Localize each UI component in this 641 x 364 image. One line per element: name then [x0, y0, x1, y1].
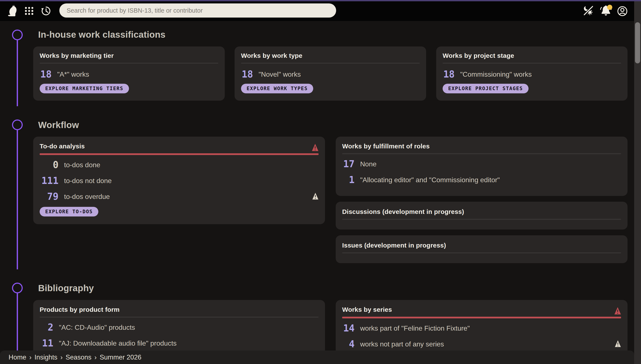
stat-row: 2 "AC: CD-Audio" products: [40, 322, 319, 334]
stat-value: 11: [40, 338, 53, 348]
stat-value: 18: [40, 70, 52, 79]
top-accent-strip: [0, 0, 641, 1]
stat-row: 111 to-dos not done: [40, 175, 319, 187]
card-title: To-do analysis: [40, 142, 319, 150]
stat-row: 1 "Allocating editor" and "Commissioning…: [342, 174, 621, 186]
stat-value: 14: [342, 324, 355, 333]
warning-triangle-icon: [312, 192, 319, 201]
stat-label: to-dos not done: [64, 177, 112, 185]
card-works-by-marketing-tier: Works by marketing tier 18 "A*" works EX…: [33, 46, 225, 101]
divider: [443, 63, 621, 64]
timeline-line: [17, 130, 18, 269]
theme-toggle-icon[interactable]: [583, 5, 593, 16]
card-title: Works by project stage: [443, 52, 621, 59]
page: In-house work classifications Works by m…: [0, 0, 641, 364]
stat-row: 18 "Commissioning" works: [443, 68, 621, 80]
alert-triangle-icon: [312, 144, 319, 152]
stat-value: 4: [342, 340, 355, 349]
stat-value: 79: [40, 192, 59, 201]
breadcrumb: Home › Insights › Seasons › Summer 2026: [0, 350, 634, 364]
breadcrumb-home[interactable]: Home: [9, 354, 26, 361]
explore-marketing-tiers-button[interactable]: EXPLORE MARKETING TIERS: [40, 84, 129, 93]
stat-row: 0 to-dos done: [40, 159, 319, 171]
stat-label: "Allocating editor" and "Commissioning e…: [360, 176, 500, 184]
stat-value: 1: [342, 175, 355, 184]
stat-value: 111: [40, 176, 59, 186]
stat-label: "AC: CD-Audio" products: [59, 324, 135, 332]
card-title: Works by work type: [241, 52, 420, 59]
stat-value: 18: [443, 70, 455, 79]
stat-row: 4 works not part of any series: [342, 338, 621, 350]
card-discussions: Discussions (development in progress): [336, 202, 627, 230]
divider: [342, 252, 621, 253]
stat-label: "AJ: Downloadable audio file" products: [59, 340, 177, 347]
apps-grid-icon[interactable]: [25, 7, 34, 15]
stat-row: 11 "AJ: Downloadable audio file" product…: [40, 337, 319, 349]
section-title-workflow: Workflow: [38, 120, 79, 130]
alert-triangle-icon: [614, 307, 621, 316]
stat-row: 18 "Novel" works: [241, 68, 420, 80]
divider: [40, 63, 218, 64]
stat-label: works not part of any series: [360, 340, 444, 348]
breadcrumb-current-page: Summer 2026: [100, 354, 141, 361]
stat-row: 17 None: [342, 158, 621, 170]
stat-label: "A*" works: [57, 70, 89, 78]
stat-label: None: [360, 160, 377, 168]
card-works-by-work-type: Works by work type 18 "Novel" works EXPL…: [235, 46, 426, 101]
stat-row: 18 "A*" works: [40, 68, 218, 80]
card-todo-analysis: To-do analysis 0 to-dos done 111 to-dos …: [33, 136, 325, 224]
notifications-bell-icon[interactable]: [599, 4, 613, 17]
breadcrumb-separator: ›: [95, 354, 97, 361]
divider-alert: [40, 153, 319, 155]
section-title-bibliography: Bibliography: [38, 283, 94, 293]
notification-badge: [607, 5, 612, 10]
search-input[interactable]: [59, 4, 336, 18]
breadcrumb-insights[interactable]: Insights: [35, 354, 58, 361]
card-issues: Issues (development in progress): [336, 235, 627, 263]
stat-value: 18: [241, 70, 253, 79]
divider: [241, 63, 420, 64]
breadcrumb-separator: ›: [29, 354, 32, 361]
stat-value: 17: [342, 159, 355, 169]
stat-value: 0: [40, 160, 59, 170]
stat-label: "Commissioning" works: [460, 70, 532, 78]
card-works-by-fulfillment: Works by fulfillment of roles 17 None 1 …: [336, 136, 627, 196]
top-bar: [0, 0, 641, 21]
warning-triangle-icon: [615, 340, 621, 348]
scrollbar-track[interactable]: [634, 1, 641, 364]
stat-label: to-dos overdue: [64, 193, 110, 201]
timeline-line: [17, 40, 18, 106]
card-title: Discussions (development in progress): [342, 208, 621, 216]
timeline-line: [17, 293, 18, 351]
timeline-node-classifications: [12, 30, 23, 40]
account-icon[interactable]: [617, 6, 627, 16]
history-icon[interactable]: [41, 5, 51, 16]
card-title: Works by series: [342, 306, 621, 313]
divider: [342, 153, 621, 154]
section-title-classifications: In-house work classifications: [38, 30, 166, 40]
divider: [342, 219, 621, 220]
stat-label: works part of "Feline Fiction Fixture": [360, 324, 470, 332]
card-title: Issues (development in progress): [342, 242, 621, 249]
card-title: Works by marketing tier: [40, 52, 218, 59]
timeline-node-workflow: [12, 120, 23, 130]
timeline-node-bibliography: [12, 283, 23, 293]
card-works-by-project-stage: Works by project stage 18 "Commissioning…: [436, 46, 627, 101]
stat-row: 79 to-dos overdue: [40, 190, 319, 202]
breadcrumb-separator: ›: [61, 354, 63, 361]
stat-row: 14 works part of "Feline Fiction Fixture…: [342, 322, 621, 334]
explore-todos-button[interactable]: EXPLORE TO-DOS: [40, 207, 98, 216]
card-title: Products by product form: [40, 306, 319, 313]
breadcrumb-seasons[interactable]: Seasons: [66, 354, 92, 361]
divider-alert: [342, 317, 621, 318]
cat-logo-icon[interactable]: [7, 4, 18, 17]
card-title: Works by fulfillment of roles: [342, 142, 621, 150]
explore-project-stages-button[interactable]: EXPLORE PROJECT STAGES: [443, 84, 528, 93]
scrollbar-thumb[interactable]: [635, 22, 640, 64]
stat-label: to-dos done: [64, 161, 100, 169]
divider: [40, 317, 319, 318]
stat-label: "Novel" works: [259, 70, 301, 78]
stat-value: 2: [40, 323, 53, 332]
explore-work-types-button[interactable]: EXPLORE WORK TYPES: [241, 84, 313, 93]
